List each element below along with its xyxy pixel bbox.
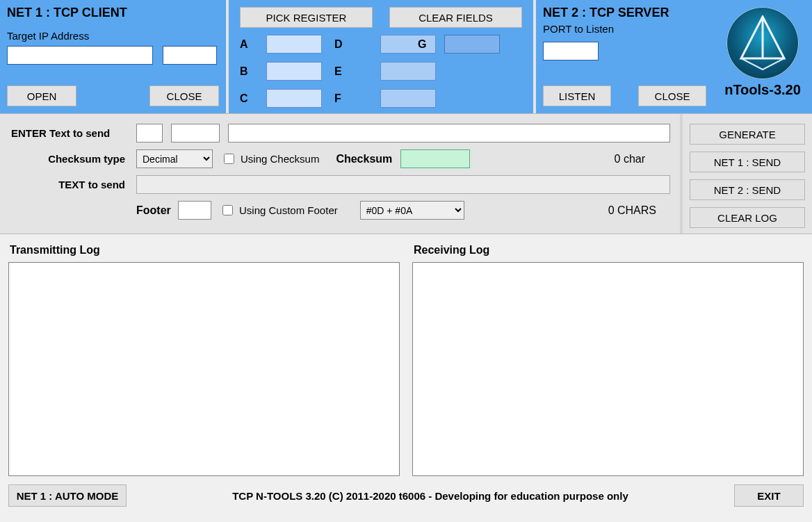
- actions-panel: GENERATE NET 1 : SEND NET 2 : SEND CLEAR…: [680, 114, 812, 234]
- using-custom-footer-label: Using Custom Footer: [239, 204, 338, 216]
- checksum-value[interactable]: [400, 149, 470, 168]
- reg-label-e: E: [334, 65, 368, 78]
- using-checksum-checkbox[interactable]: Using Checksum: [221, 152, 319, 166]
- net1-title: NET 1 : TCP CLIENT: [7, 6, 219, 20]
- checksum-type-select[interactable]: Decimal: [136, 149, 213, 168]
- enter-text-long[interactable]: [228, 124, 670, 142]
- checksum-type-label: Checksum type: [10, 153, 128, 165]
- reg-input-g[interactable]: [444, 35, 500, 54]
- reg-label-f: F: [334, 92, 368, 105]
- footer-input[interactable]: [178, 201, 211, 220]
- net2-send-button[interactable]: NET 2 : SEND: [690, 179, 805, 200]
- reg-label-a: A: [240, 38, 254, 51]
- rx-log-label: Receiving Log: [414, 244, 802, 256]
- net2-port-label: PORT to Listen: [543, 23, 706, 35]
- reg-input-e[interactable]: [380, 62, 436, 81]
- reg-input-a[interactable]: [266, 35, 322, 54]
- using-checksum-checkbox-input[interactable]: [224, 154, 234, 164]
- exit-button[interactable]: EXIT: [734, 484, 804, 507]
- enter-text-small1[interactable]: [136, 124, 163, 142]
- reg-input-f[interactable]: [380, 89, 436, 108]
- reg-label-d: D: [334, 38, 368, 51]
- reg-label-b: B: [240, 65, 254, 78]
- generate-button[interactable]: GENERATE: [690, 124, 805, 145]
- net2-panel: NET 2 : TCP SERVER PORT to Listen LISTEN…: [536, 0, 713, 113]
- tx-log-label: Transmitting Log: [10, 244, 398, 256]
- net1-auto-mode-button[interactable]: NET 1 : AUTO MODE: [8, 484, 127, 507]
- registers-panel: PICK REGISTER CLEAR FIELDS A D B E C F G: [226, 0, 536, 113]
- app-name: nTools-3.20: [720, 82, 805, 98]
- reg-label-g: G: [418, 38, 426, 51]
- reg-input-b[interactable]: [266, 62, 322, 81]
- tx-log-box[interactable]: [8, 262, 400, 476]
- net2-title: NET 2 : TCP SERVER: [543, 6, 706, 20]
- net1-open-button[interactable]: OPEN: [7, 85, 76, 106]
- reg-label-c: C: [240, 92, 254, 105]
- app-logo-icon: [726, 7, 799, 79]
- rx-log-panel: Receiving Log: [412, 241, 804, 476]
- net2-port-input[interactable]: [543, 42, 599, 60]
- text-to-send-label: TEXT to send: [10, 179, 128, 190]
- char-count: 0 char: [478, 153, 670, 165]
- send-form-panel: ENTER Text to send Checksum type Decimal…: [0, 114, 680, 234]
- enter-text-small2[interactable]: [171, 124, 220, 142]
- branding-panel: nTools-3.20: [713, 0, 812, 113]
- net2-listen-button[interactable]: LISTEN: [543, 85, 611, 106]
- chars-count: 0 CHARS: [473, 204, 670, 217]
- text-to-send-field: [136, 175, 670, 194]
- enter-text-label: ENTER Text to send: [10, 127, 128, 139]
- using-custom-footer-checkbox-input[interactable]: [222, 205, 233, 215]
- checksum-label: Checksum: [336, 153, 392, 165]
- net1-panel: NET 1 : TCP CLIENT Target IP Address OPE…: [0, 0, 226, 113]
- net2-close-button[interactable]: CLOSE: [638, 85, 706, 106]
- reg-input-c[interactable]: [266, 89, 322, 108]
- net1-send-button[interactable]: NET 1 : SEND: [690, 152, 805, 172]
- rx-log-box[interactable]: [412, 262, 804, 476]
- footer-select[interactable]: #0D + #0A: [360, 201, 464, 220]
- footer-label: Footer: [136, 204, 170, 217]
- using-custom-footer-checkbox[interactable]: Using Custom Footer: [220, 203, 338, 218]
- footer-copyright: TCP N-TOOLS 3.20 (C) 2011-2020 t6006 - D…: [135, 490, 726, 502]
- tx-log-panel: Transmitting Log: [8, 241, 400, 476]
- net1-port-input[interactable]: [163, 46, 217, 65]
- clear-log-button[interactable]: CLEAR LOG: [690, 207, 805, 228]
- using-checksum-label: Using Checksum: [241, 153, 319, 165]
- pick-register-button[interactable]: PICK REGISTER: [240, 7, 373, 28]
- net1-close-button[interactable]: CLOSE: [149, 85, 219, 106]
- clear-fields-button[interactable]: CLEAR FIELDS: [389, 7, 522, 28]
- net1-ip-input[interactable]: [7, 46, 153, 65]
- net1-ip-label: Target IP Address: [7, 30, 219, 42]
